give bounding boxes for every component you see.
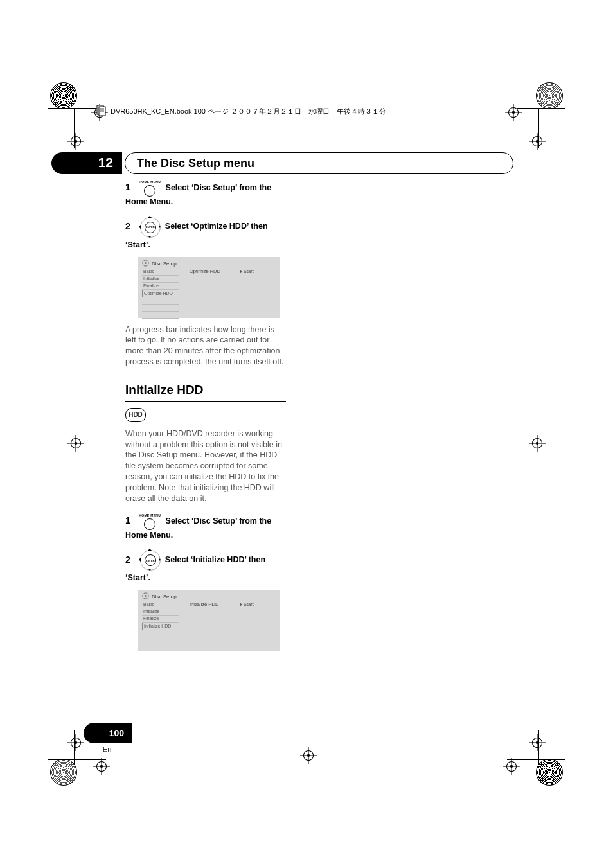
hairline bbox=[538, 730, 539, 765]
step-number: 2 bbox=[125, 220, 130, 233]
osd-optimize-screenshot: Disc Setup Basic Initialize Finalize Opt… bbox=[138, 257, 280, 318]
osd-mid: Optimize HDD bbox=[190, 269, 220, 275]
hairline bbox=[74, 730, 75, 765]
doc-header-text: DVR650HK_KC_EN.book 100 ページ ２００７年２月２１日 水… bbox=[111, 107, 386, 116]
step-text: Select ‘Optimize HDD’ then bbox=[165, 221, 268, 232]
step-text: Select ‘Initialize HDD’ then bbox=[165, 554, 265, 565]
crosshair-icon bbox=[524, 430, 550, 456]
page-number-pill: 100 bbox=[84, 723, 132, 743]
enter-pad-icon: ENTER bbox=[137, 547, 163, 572]
osd-item: Initialize bbox=[142, 608, 179, 616]
svg-point-10 bbox=[145, 262, 146, 263]
step-text: ‘Start’. bbox=[125, 573, 150, 582]
crosshair-icon bbox=[89, 754, 114, 779]
osd-item-selected: Optimize HDD bbox=[142, 290, 179, 297]
step-text: Home Menu. bbox=[125, 197, 173, 206]
osd-initialize-screenshot: Disc Setup Basic Initialize Finalize Ini… bbox=[138, 590, 280, 651]
initialize-paragraph: When your HDD/DVD recorder is working wi… bbox=[125, 429, 286, 504]
chapter-title: The Disc Setup menu bbox=[137, 157, 254, 170]
crosshair-icon bbox=[63, 128, 89, 154]
osd-item: Basic bbox=[142, 269, 179, 276]
print-register-ring-icon bbox=[536, 759, 563, 786]
crosshair-icon bbox=[499, 754, 524, 779]
osd-item: Finalize bbox=[142, 283, 179, 290]
chapter-title-pill: The Disc Setup menu bbox=[125, 152, 513, 174]
page-lang: En bbox=[103, 745, 111, 753]
osd-title: Disc Setup bbox=[152, 594, 177, 601]
disc-icon bbox=[142, 260, 149, 269]
doc-header: DVR650HK_KC_EN.book 100 ページ ２００７年２月２１日 水… bbox=[96, 105, 546, 118]
crosshair-icon bbox=[296, 743, 321, 768]
content-column: 1 HOME MENU Select ‘Disc Setup’ from the… bbox=[125, 180, 286, 657]
step-a1-cont: Home Menu. bbox=[125, 197, 286, 208]
step-text: ‘Start’. bbox=[125, 240, 150, 249]
step-b2: 2 ENTER Select ‘Initialize HDD’ then bbox=[125, 547, 286, 572]
hairline bbox=[48, 108, 96, 109]
document-icon bbox=[96, 105, 107, 118]
step-b1-cont: Home Menu. bbox=[125, 530, 286, 541]
osd-item-selected: Initialize HDD bbox=[142, 623, 179, 630]
step-b1: 1 HOME MENU Select ‘Disc Setup’ from the bbox=[125, 513, 286, 530]
osd-item: Basic bbox=[142, 601, 179, 608]
crosshair-icon bbox=[524, 128, 550, 154]
step-a2: 2 ENTER Select ‘Optimize HDD’ then bbox=[125, 214, 286, 240]
chapter-number: 12 bbox=[98, 155, 113, 170]
hairline bbox=[507, 759, 565, 760]
svg-point-12 bbox=[145, 596, 146, 597]
step-text: Select ‘Disc Setup’ from the bbox=[166, 517, 272, 526]
osd-start: Start bbox=[240, 269, 254, 275]
crosshair-icon bbox=[524, 730, 550, 756]
step-a1: 1 HOME MENU Select ‘Disc Setup’ from the bbox=[125, 180, 286, 197]
home-menu-button-icon: HOME MENU bbox=[139, 513, 161, 530]
hairline bbox=[48, 759, 106, 760]
osd-title: Disc Setup bbox=[152, 261, 177, 268]
page-number: 100 bbox=[109, 728, 124, 738]
chapter-heading: 12 The Disc Setup menu bbox=[51, 152, 475, 174]
crosshair-icon bbox=[63, 430, 89, 456]
progress-paragraph: A progress bar indicates how long there … bbox=[125, 324, 286, 368]
step-number: 1 bbox=[125, 515, 130, 526]
hairline bbox=[74, 109, 75, 148]
step-text: Home Menu. bbox=[125, 531, 173, 540]
home-menu-button-icon: HOME MENU bbox=[139, 180, 161, 197]
disc-icon bbox=[142, 592, 149, 602]
enter-pad-icon: ENTER bbox=[137, 214, 163, 240]
print-register-ring-icon bbox=[50, 82, 77, 109]
osd-menu: Basic Initialize Finalize Initialize HDD bbox=[142, 601, 179, 651]
step-number: 1 bbox=[125, 182, 130, 192]
step-number: 2 bbox=[125, 554, 130, 566]
section-rule bbox=[125, 400, 286, 402]
osd-item: Initialize bbox=[142, 276, 179, 283]
hdd-badge-icon: HDD bbox=[125, 408, 146, 422]
section-heading-initialize: Initialize HDD bbox=[125, 382, 286, 398]
step-b2-cont: ‘Start’. bbox=[125, 572, 286, 583]
step-text: Select ‘Disc Setup’ from the bbox=[166, 183, 272, 192]
osd-start: Start bbox=[240, 601, 254, 608]
chapter-number-pill: 12 bbox=[51, 152, 122, 174]
osd-mid: Initialize HDD bbox=[190, 601, 218, 608]
osd-item: Finalize bbox=[142, 616, 179, 623]
step-a2-cont: ‘Start’. bbox=[125, 240, 286, 251]
osd-menu: Basic Initialize Finalize Optimize HDD bbox=[142, 269, 179, 319]
print-register-ring-icon bbox=[50, 759, 77, 786]
